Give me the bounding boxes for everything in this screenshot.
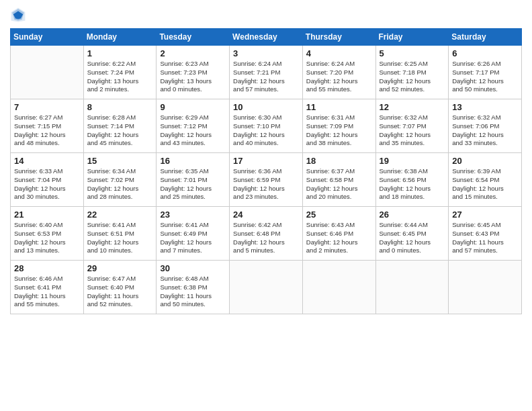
- day-info: Sunrise: 6:41 AM Sunset: 6:51 PM Dayligh…: [87, 221, 153, 255]
- day-number: 23: [160, 210, 226, 220]
- calendar-cell: 2Sunrise: 6:23 AM Sunset: 7:23 PM Daylig…: [157, 46, 230, 99]
- day-number: 28: [14, 263, 80, 273]
- day-info: Sunrise: 6:32 AM Sunset: 7:07 PM Dayligh…: [380, 113, 445, 148]
- day-number: 17: [233, 156, 299, 166]
- day-info: Sunrise: 6:27 AM Sunset: 7:15 PM Dayligh…: [14, 113, 80, 148]
- calendar-cell: 13Sunrise: 6:32 AM Sunset: 7:06 PM Dayli…: [449, 99, 522, 153]
- day-info: Sunrise: 6:23 AM Sunset: 7:23 PM Dayligh…: [160, 60, 226, 94]
- calendar-cell: 30Sunrise: 6:48 AM Sunset: 6:38 PM Dayli…: [157, 261, 230, 314]
- day-info: Sunrise: 6:47 AM Sunset: 6:40 PM Dayligh…: [87, 275, 153, 309]
- calendar-cell: 22Sunrise: 6:41 AM Sunset: 6:51 PM Dayli…: [83, 207, 157, 261]
- day-header-saturday: Saturday: [449, 29, 522, 46]
- day-number: 19: [380, 156, 445, 166]
- day-info: Sunrise: 6:30 AM Sunset: 7:10 PM Dayligh…: [233, 113, 299, 148]
- day-info: Sunrise: 6:34 AM Sunset: 7:02 PM Dayligh…: [87, 167, 153, 201]
- calendar-cell: 21Sunrise: 6:40 AM Sunset: 6:53 PM Dayli…: [11, 207, 84, 261]
- day-info: Sunrise: 6:41 AM Sunset: 6:49 PM Dayligh…: [160, 221, 226, 255]
- day-header-thursday: Thursday: [302, 29, 375, 46]
- calendar-week-row: 1Sunrise: 6:22 AM Sunset: 7:24 PM Daylig…: [11, 46, 522, 99]
- day-info: Sunrise: 6:32 AM Sunset: 7:06 PM Dayligh…: [452, 113, 518, 148]
- day-info: Sunrise: 6:38 AM Sunset: 6:56 PM Dayligh…: [380, 167, 445, 201]
- day-number: 11: [306, 102, 372, 112]
- calendar-table: SundayMondayTuesdayWednesdayThursdayFrid…: [10, 28, 522, 314]
- day-number: 5: [380, 48, 445, 58]
- calendar-cell: 19Sunrise: 6:38 AM Sunset: 6:56 PM Dayli…: [375, 153, 449, 207]
- day-number: 16: [160, 156, 226, 166]
- day-number: 14: [14, 156, 80, 166]
- day-info: Sunrise: 6:36 AM Sunset: 6:59 PM Dayligh…: [233, 167, 299, 201]
- day-number: 1: [87, 48, 153, 58]
- logo-icon: [10, 7, 26, 23]
- day-number: 22: [87, 210, 153, 220]
- day-number: 8: [87, 102, 153, 112]
- calendar-cell: 5Sunrise: 6:25 AM Sunset: 7:18 PM Daylig…: [375, 46, 449, 99]
- day-number: 25: [306, 210, 372, 220]
- day-number: 3: [233, 48, 299, 58]
- day-number: 21: [14, 210, 80, 220]
- calendar-cell: 11Sunrise: 6:31 AM Sunset: 7:09 PM Dayli…: [302, 99, 375, 153]
- calendar-cell: 14Sunrise: 6:33 AM Sunset: 7:04 PM Dayli…: [11, 153, 84, 207]
- calendar-cell: [302, 261, 375, 314]
- calendar-cell: [11, 46, 84, 99]
- calendar-week-row: 14Sunrise: 6:33 AM Sunset: 7:04 PM Dayli…: [11, 153, 522, 207]
- logo: [10, 7, 29, 23]
- day-info: Sunrise: 6:31 AM Sunset: 7:09 PM Dayligh…: [306, 113, 372, 148]
- day-number: 6: [452, 48, 518, 58]
- calendar-week-row: 7Sunrise: 6:27 AM Sunset: 7:15 PM Daylig…: [11, 99, 522, 153]
- day-info: Sunrise: 6:26 AM Sunset: 7:17 PM Dayligh…: [452, 60, 518, 94]
- day-header-tuesday: Tuesday: [157, 29, 230, 46]
- day-number: 18: [306, 156, 372, 166]
- calendar-cell: 15Sunrise: 6:34 AM Sunset: 7:02 PM Dayli…: [83, 153, 157, 207]
- calendar-cell: [230, 261, 303, 314]
- header: [10, 7, 522, 23]
- day-number: 4: [306, 48, 372, 58]
- calendar-cell: 24Sunrise: 6:42 AM Sunset: 6:48 PM Dayli…: [230, 207, 303, 261]
- day-number: 27: [452, 210, 518, 220]
- page: SundayMondayTuesdayWednesdayThursdayFrid…: [0, 0, 532, 411]
- day-number: 26: [380, 210, 445, 220]
- calendar-cell: 17Sunrise: 6:36 AM Sunset: 6:59 PM Dayli…: [230, 153, 303, 207]
- calendar-cell: 6Sunrise: 6:26 AM Sunset: 7:17 PM Daylig…: [449, 46, 522, 99]
- calendar-cell: 4Sunrise: 6:24 AM Sunset: 7:20 PM Daylig…: [302, 46, 375, 99]
- calendar-cell: 16Sunrise: 6:35 AM Sunset: 7:01 PM Dayli…: [157, 153, 230, 207]
- calendar-cell: 3Sunrise: 6:24 AM Sunset: 7:21 PM Daylig…: [230, 46, 303, 99]
- day-info: Sunrise: 6:40 AM Sunset: 6:53 PM Dayligh…: [14, 221, 80, 255]
- calendar-cell: [449, 261, 522, 314]
- day-info: Sunrise: 6:25 AM Sunset: 7:18 PM Dayligh…: [380, 60, 445, 94]
- calendar-week-row: 21Sunrise: 6:40 AM Sunset: 6:53 PM Dayli…: [11, 207, 522, 261]
- calendar-week-row: 28Sunrise: 6:46 AM Sunset: 6:41 PM Dayli…: [11, 261, 522, 314]
- calendar-cell: 25Sunrise: 6:43 AM Sunset: 6:46 PM Dayli…: [302, 207, 375, 261]
- calendar-header-row: SundayMondayTuesdayWednesdayThursdayFrid…: [11, 29, 522, 46]
- day-info: Sunrise: 6:28 AM Sunset: 7:14 PM Dayligh…: [87, 113, 153, 148]
- day-number: 15: [87, 156, 153, 166]
- calendar-cell: 9Sunrise: 6:29 AM Sunset: 7:12 PM Daylig…: [157, 99, 230, 153]
- calendar-cell: 18Sunrise: 6:37 AM Sunset: 6:58 PM Dayli…: [302, 153, 375, 207]
- calendar-cell: 1Sunrise: 6:22 AM Sunset: 7:24 PM Daylig…: [83, 46, 157, 99]
- day-number: 13: [452, 102, 518, 112]
- day-info: Sunrise: 6:46 AM Sunset: 6:41 PM Dayligh…: [14, 275, 80, 309]
- day-number: 29: [87, 263, 153, 273]
- day-info: Sunrise: 6:43 AM Sunset: 6:46 PM Dayligh…: [306, 221, 372, 255]
- day-info: Sunrise: 6:24 AM Sunset: 7:20 PM Dayligh…: [306, 60, 372, 94]
- calendar-cell: 10Sunrise: 6:30 AM Sunset: 7:10 PM Dayli…: [230, 99, 303, 153]
- day-header-friday: Friday: [375, 29, 449, 46]
- calendar-cell: 28Sunrise: 6:46 AM Sunset: 6:41 PM Dayli…: [11, 261, 84, 314]
- day-header-wednesday: Wednesday: [230, 29, 303, 46]
- day-info: Sunrise: 6:33 AM Sunset: 7:04 PM Dayligh…: [14, 167, 80, 201]
- calendar-cell: 20Sunrise: 6:39 AM Sunset: 6:54 PM Dayli…: [449, 153, 522, 207]
- day-info: Sunrise: 6:48 AM Sunset: 6:38 PM Dayligh…: [160, 275, 226, 309]
- day-info: Sunrise: 6:39 AM Sunset: 6:54 PM Dayligh…: [452, 167, 518, 201]
- day-info: Sunrise: 6:24 AM Sunset: 7:21 PM Dayligh…: [233, 60, 299, 94]
- calendar-cell: 7Sunrise: 6:27 AM Sunset: 7:15 PM Daylig…: [11, 99, 84, 153]
- day-info: Sunrise: 6:44 AM Sunset: 6:45 PM Dayligh…: [380, 221, 445, 255]
- day-number: 10: [233, 102, 299, 112]
- day-number: 9: [160, 102, 226, 112]
- day-info: Sunrise: 6:22 AM Sunset: 7:24 PM Dayligh…: [87, 60, 153, 94]
- day-info: Sunrise: 6:29 AM Sunset: 7:12 PM Dayligh…: [160, 113, 226, 148]
- day-number: 20: [452, 156, 518, 166]
- day-number: 2: [160, 48, 226, 58]
- day-info: Sunrise: 6:42 AM Sunset: 6:48 PM Dayligh…: [233, 221, 299, 255]
- calendar-cell: [375, 261, 449, 314]
- day-info: Sunrise: 6:35 AM Sunset: 7:01 PM Dayligh…: [160, 167, 226, 201]
- day-number: 24: [233, 210, 299, 220]
